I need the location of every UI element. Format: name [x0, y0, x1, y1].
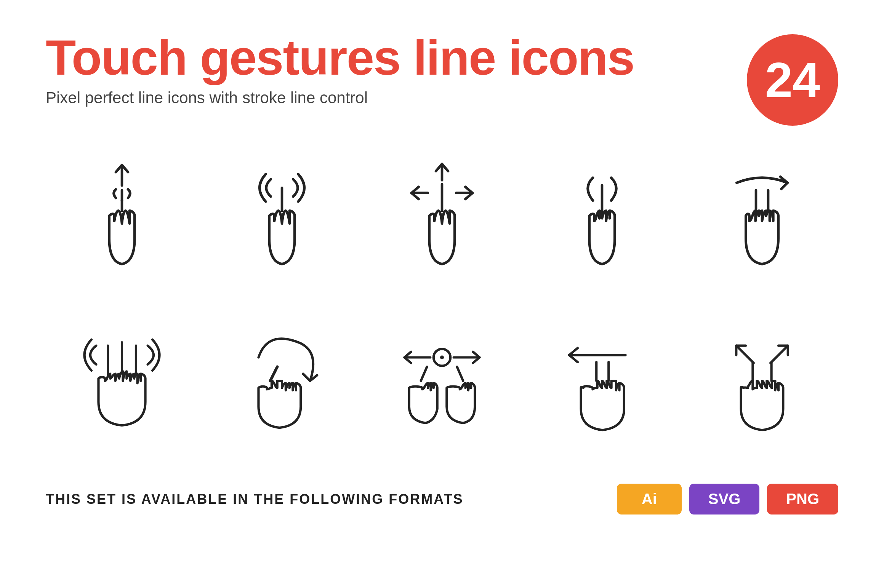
svg-line-16	[736, 346, 754, 363]
header-left: Touch gestures line icons Pixel perfect …	[46, 30, 634, 107]
format-badges: Ai SVG PNG	[617, 484, 838, 514]
header: Touch gestures line icons Pixel perfect …	[46, 30, 838, 126]
icon-pinch-in	[686, 308, 838, 453]
page-wrapper: Touch gestures line icons Pixel perfect …	[0, 0, 884, 588]
footer-text: THIS SET IS AVAILABLE IN THE FOLLOWING F…	[46, 491, 464, 507]
page-subtitle: Pixel perfect line icons with stroke lin…	[46, 89, 634, 107]
icon-three-finger-tap	[46, 308, 198, 453]
svg-point-12	[440, 356, 444, 360]
badge-number: 24	[765, 55, 820, 105]
format-badge-ai[interactable]: Ai	[617, 484, 682, 514]
page-title: Touch gestures line icons	[46, 30, 634, 85]
icons-grid	[46, 149, 838, 453]
icon-flick-left	[686, 149, 838, 293]
format-png-label: PNG	[786, 491, 819, 508]
footer: THIS SET IS AVAILABLE IN THE FOLLOWING F…	[46, 476, 838, 514]
icon-rotate	[206, 308, 358, 453]
icon-swipe-up	[46, 149, 198, 293]
icon-move	[366, 149, 518, 293]
format-svg-label: SVG	[708, 491, 740, 508]
format-ai-label: Ai	[642, 491, 657, 508]
icon-pinch-horizontal	[366, 308, 518, 453]
format-badge-png[interactable]: PNG	[767, 484, 838, 514]
count-badge: 24	[747, 34, 838, 126]
icon-swipe-left-two	[526, 308, 678, 453]
format-badge-svg[interactable]: SVG	[689, 484, 759, 514]
icon-double-tap	[206, 149, 358, 293]
icon-press-hold	[526, 149, 678, 293]
svg-line-17	[770, 346, 788, 363]
